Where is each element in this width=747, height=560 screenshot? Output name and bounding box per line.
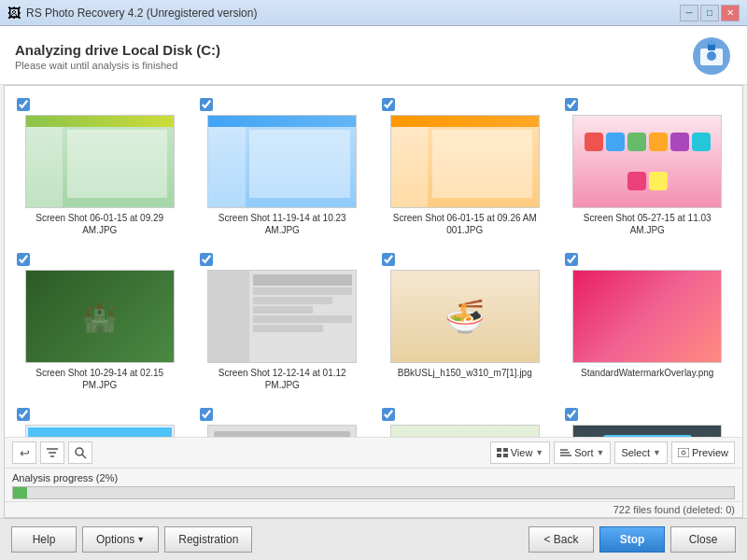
help-button[interactable]: Help — [11, 526, 77, 553]
progress-bar — [12, 486, 735, 499]
bottom-bar: Help Options ▼ Registration < Back Stop … — [0, 518, 747, 560]
svg-line-9 — [82, 455, 86, 458]
thumb-checkbox-11[interactable] — [382, 408, 395, 421]
thumbnail-grid-container[interactable]: Screen Shot 06-01-15 at 09.29 AM.JPG Scr… — [5, 86, 742, 437]
list-item[interactable]: Screen Shot 06-01-15 at 09.29 AM.JPG — [12, 93, 188, 241]
thumb-header — [565, 408, 731, 421]
thumb-header — [200, 253, 366, 266]
maximize-button[interactable]: □ — [700, 5, 719, 21]
svg-rect-17 — [678, 448, 689, 457]
filter-icon — [46, 446, 59, 459]
thumbnail-image-4 — [572, 115, 722, 208]
close-window-button[interactable]: ✕ — [721, 5, 740, 21]
list-item[interactable] — [12, 403, 188, 437]
status-bar: 722 files found (deleted: 0) — [5, 501, 742, 517]
preview-button[interactable]: Preview — [671, 441, 735, 464]
progress-bar-fill — [13, 487, 27, 498]
thumb-checkbox-2[interactable] — [200, 98, 213, 111]
close-button[interactable]: Close — [670, 526, 736, 553]
svg-point-2 — [707, 51, 716, 61]
thumb-header — [382, 408, 548, 421]
thumb-label-8: StandardWatermarkOverlay.png — [581, 367, 713, 379]
thumbnail-image-7: 🍜 — [390, 270, 540, 363]
preview-label: Preview — [692, 447, 728, 458]
progress-text: Analysis progress (2%) — [12, 472, 118, 483]
thumbnail-image-12 — [572, 425, 722, 437]
filter-button[interactable] — [40, 441, 64, 464]
stop-button[interactable]: Stop — [599, 526, 665, 553]
thumb-checkbox-9[interactable] — [17, 408, 30, 421]
view-button[interactable]: View ▼ — [490, 441, 551, 464]
thumbnail-image-9 — [25, 425, 175, 437]
thumb-checkbox-4[interactable] — [565, 98, 578, 111]
thumbnail-image-8 — [572, 270, 722, 363]
list-item[interactable]: Screen Shot 05-27-15 at 11.03 AM.JPG — [560, 93, 736, 241]
list-item[interactable]: StandardWatermarkOverlay.png — [560, 248, 736, 396]
sort-label: Sort — [574, 447, 593, 458]
svg-point-8 — [76, 448, 83, 455]
toolbar-right: View ▼ Sort ▼ Select ▼ — [490, 441, 735, 464]
list-item[interactable]: Screen Shot 11-19-14 at 10.23 AM.JPG — [195, 93, 371, 241]
undo-button[interactable]: ↩ — [12, 441, 36, 464]
select-button[interactable]: Select ▼ — [614, 441, 668, 464]
thumb-header — [17, 98, 183, 111]
list-item[interactable]: 🍜 BBkUSLj_h150_w310_m7[1].jpg — [377, 248, 553, 396]
sort-dropdown-arrow: ▼ — [596, 448, 604, 457]
registration-button[interactable]: Registration — [164, 526, 252, 553]
thumb-checkbox-10[interactable] — [200, 408, 213, 421]
thumbnail-image-11 — [390, 425, 540, 437]
svg-rect-13 — [503, 454, 508, 457]
thumb-checkbox-5[interactable] — [17, 253, 30, 266]
list-item[interactable]: 🏰 Screen Shot 10-29-14 at 02.15 PM.JPG — [12, 248, 188, 396]
title-bar-text: RS Photo Recovery 4.2 (Unregistered vers… — [26, 7, 257, 20]
thumbnail-image-5: 🏰 — [25, 270, 175, 363]
view-icon — [497, 448, 508, 457]
thumb-checkbox-3[interactable] — [382, 98, 395, 111]
thumb-label-1: Screen Shot 06-01-15 at 09.29 AM.JPG — [25, 212, 175, 236]
thumb-checkbox-7[interactable] — [382, 253, 395, 266]
list-item[interactable] — [560, 403, 736, 437]
progress-label: Analysis progress (2%) — [12, 472, 735, 483]
list-item[interactable]: Screen Shot 12-12-14 at 01.12 PM.JPG — [195, 248, 371, 396]
sort-button[interactable]: Sort ▼ — [554, 441, 611, 464]
title-bar-controls: ─ □ ✕ — [680, 5, 740, 21]
minimize-button[interactable]: ─ — [680, 5, 698, 21]
header-icon — [691, 35, 732, 77]
thumb-checkbox-1[interactable] — [17, 98, 30, 111]
thumb-label-7: BBkUSLj_h150_w310_m7[1].jpg — [398, 367, 532, 379]
svg-rect-11 — [503, 448, 508, 452]
toolbar: ↩ View ▼ — [5, 437, 742, 468]
progress-area: Analysis progress (2%) — [5, 468, 742, 501]
thumb-header — [565, 253, 731, 266]
bottom-bar-right: < Back Stop Close — [529, 526, 736, 553]
view-dropdown-arrow: ▼ — [535, 448, 543, 457]
options-button[interactable]: Options ▼ — [82, 526, 159, 553]
search-button[interactable] — [68, 441, 92, 464]
thumb-label-4: Screen Shot 05-27-15 at 11.03 AM.JPG — [572, 212, 722, 236]
thumb-checkbox-12[interactable] — [565, 408, 578, 421]
thumb-label-3: Screen Shot 06-01-15 at 09.26 AM 001.JPG — [390, 212, 540, 236]
status-text: 722 files found (deleted: 0) — [613, 504, 735, 515]
thumb-header — [17, 408, 183, 421]
sort-icon — [560, 448, 571, 457]
list-item[interactable] — [377, 403, 553, 437]
list-item[interactable]: Screen Shot 06-01-15 at 09.26 AM 001.JPG — [377, 93, 553, 241]
list-item[interactable] — [195, 403, 371, 437]
thumb-label-2: Screen Shot 11-19-14 at 10.23 AM.JPG — [207, 212, 357, 236]
preview-icon — [678, 448, 689, 457]
thumb-checkbox-8[interactable] — [565, 253, 578, 266]
thumbnail-image-3 — [390, 115, 540, 208]
thumb-header — [382, 253, 548, 266]
header: Analyzing drive Local Disk (C:) Please w… — [0, 26, 747, 85]
title-bar: 🖼 RS Photo Recovery 4.2 (Unregistered ve… — [0, 0, 747, 26]
thumb-header — [200, 408, 366, 421]
bottom-bar-left: Help Options ▼ Registration — [11, 526, 252, 553]
app-logo-icon — [691, 35, 732, 77]
analysis-subtitle: Please wait until analysis is finished — [15, 60, 220, 71]
back-button[interactable]: < Back — [529, 526, 594, 553]
thumb-checkbox-6[interactable] — [200, 253, 213, 266]
thumbnail-grid: Screen Shot 06-01-15 at 09.29 AM.JPG Scr… — [12, 93, 735, 437]
svg-point-18 — [682, 451, 685, 455]
view-label: View — [511, 447, 533, 458]
thumb-header — [565, 98, 731, 111]
